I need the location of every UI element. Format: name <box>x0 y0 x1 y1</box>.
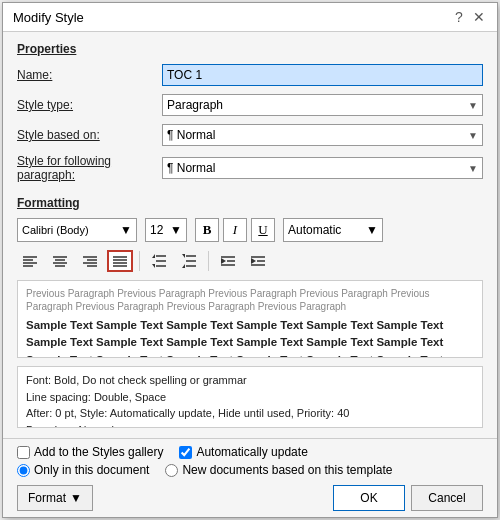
line-spacing-inc-button[interactable] <box>176 250 202 272</box>
style-type-label: Style type: <box>17 98 162 112</box>
only-this-doc-label: Only in this document <box>34 463 149 477</box>
description-line2: Line spacing: Double, Space <box>26 389 474 406</box>
ok-button[interactable]: OK <box>333 485 405 511</box>
new-docs-radio-item[interactable]: New documents based on this template <box>165 463 392 477</box>
style-type-field-row: Style type: Paragraph ▼ <box>17 94 483 116</box>
description-line3: After: 0 pt, Style: Automatically update… <box>26 405 474 422</box>
button-row: Format ▼ OK Cancel <box>17 485 483 511</box>
properties-section-label: Properties <box>17 42 483 56</box>
style-based-field-row: Style based on: ¶ Normal ▼ <box>17 124 483 146</box>
align-left-button[interactable] <box>17 250 43 272</box>
format-arrow-icon: ▼ <box>70 491 82 505</box>
style-following-label: Style for following paragraph: <box>17 154 162 182</box>
auto-update-checkbox-item[interactable]: Automatically update <box>179 445 307 459</box>
svg-marker-20 <box>152 264 155 268</box>
formatting-section-label: Formatting <box>17 196 483 210</box>
description-line4: Based on: Normal <box>26 422 474 429</box>
modify-style-dialog: Modify Style ? ✕ Properties Name: Style … <box>2 2 498 518</box>
new-docs-radio[interactable] <box>165 464 178 477</box>
style-following-select[interactable]: ¶ Normal ▼ <box>162 157 483 179</box>
line-spacing-dec-button[interactable] <box>146 250 172 272</box>
description-line1: Font: Bold, Do not check spelling or gra… <box>26 372 474 389</box>
color-select[interactable]: Automatic ▼ <box>283 218 383 242</box>
dialog-content: Properties Name: Style type: Paragraph ▼… <box>3 32 497 438</box>
add-to-gallery-checkbox-item[interactable]: Add to the Styles gallery <box>17 445 163 459</box>
indent-inc-button[interactable] <box>245 250 271 272</box>
separator-2 <box>208 251 209 271</box>
size-arrow: ▼ <box>170 223 182 237</box>
style-following-arrow: ▼ <box>468 163 478 174</box>
cancel-button[interactable]: Cancel <box>411 485 483 511</box>
font-select[interactable]: Calibri (Body) ▼ <box>17 218 137 242</box>
alignment-toolbar-row <box>17 250 483 272</box>
italic-button[interactable]: I <box>223 218 247 242</box>
font-arrow: ▼ <box>120 223 132 237</box>
preview-box: Previous Paragraph Previous Paragraph Pr… <box>17 280 483 358</box>
style-type-select[interactable]: Paragraph ▼ <box>162 94 483 116</box>
size-select[interactable]: 12 ▼ <box>145 218 187 242</box>
style-following-field-row: Style for following paragraph: ¶ Normal … <box>17 154 483 182</box>
indent-dec-button[interactable] <box>215 250 241 272</box>
help-button[interactable]: ? <box>451 9 467 25</box>
dialog-title: Modify Style <box>13 10 84 25</box>
radio-row: Only in this document New documents base… <box>17 463 483 477</box>
svg-marker-27 <box>221 258 226 264</box>
auto-update-checkbox[interactable] <box>179 446 192 459</box>
style-type-arrow: ▼ <box>468 100 478 111</box>
separator-1 <box>139 251 140 271</box>
style-based-arrow: ▼ <box>468 130 478 141</box>
title-bar-buttons: ? ✕ <box>451 9 487 25</box>
svg-marker-24 <box>182 254 185 258</box>
auto-update-label: Automatically update <box>196 445 307 459</box>
name-label: Name: <box>17 68 162 82</box>
align-center-button[interactable] <box>47 250 73 272</box>
underline-button[interactable]: U <box>251 218 275 242</box>
title-bar: Modify Style ? ✕ <box>3 3 497 32</box>
bold-button[interactable]: B <box>195 218 219 242</box>
close-button[interactable]: ✕ <box>471 9 487 25</box>
format-button[interactable]: Format ▼ <box>17 485 93 511</box>
name-input[interactable] <box>162 64 483 86</box>
preview-previous-text: Previous Paragraph Previous Paragraph Pr… <box>26 287 474 313</box>
svg-marker-31 <box>251 258 256 264</box>
add-to-gallery-checkbox[interactable] <box>17 446 30 459</box>
checkbox-row: Add to the Styles gallery Automatically … <box>17 445 483 459</box>
name-field-row: Name: <box>17 64 483 86</box>
formatting-toolbar-row: Calibri (Body) ▼ 12 ▼ B I U Automatic ▼ <box>17 218 483 242</box>
preview-sample-text: Sample Text Sample Text Sample Text Samp… <box>26 317 474 358</box>
align-justify-button[interactable] <box>107 250 133 272</box>
description-box: Font: Bold, Do not check spelling or gra… <box>17 366 483 428</box>
align-right-button[interactable] <box>77 250 103 272</box>
svg-marker-25 <box>182 264 185 268</box>
only-this-doc-radio[interactable] <box>17 464 30 477</box>
bottom-section: Add to the Styles gallery Automatically … <box>3 438 497 517</box>
new-docs-label: New documents based on this template <box>182 463 392 477</box>
style-based-select[interactable]: ¶ Normal ▼ <box>162 124 483 146</box>
only-this-doc-radio-item[interactable]: Only in this document <box>17 463 149 477</box>
svg-marker-19 <box>152 254 155 258</box>
action-buttons: OK Cancel <box>333 485 483 511</box>
style-based-label: Style based on: <box>17 128 162 142</box>
color-arrow: ▼ <box>366 223 378 237</box>
add-to-gallery-label: Add to the Styles gallery <box>34 445 163 459</box>
